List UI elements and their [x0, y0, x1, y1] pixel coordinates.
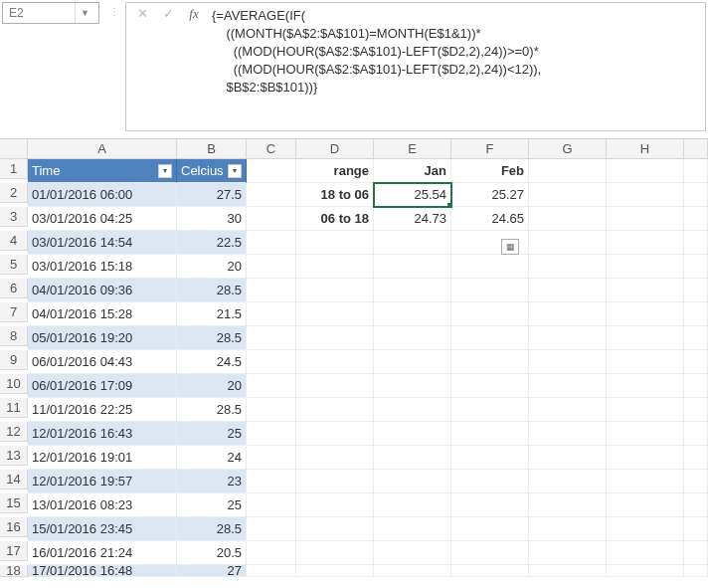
cell-F15[interactable]: [451, 493, 529, 517]
cell-H3[interactable]: [607, 207, 684, 231]
row-head-18[interactable]: 18: [0, 565, 28, 577]
cell-end11[interactable]: [684, 398, 708, 422]
worksheet[interactable]: A B C D E F G H 1 Time ▾ Celcius ▾ range…: [0, 139, 708, 577]
cell-B7[interactable]: 21.5: [177, 302, 247, 326]
cell-E18[interactable]: [374, 565, 451, 577]
cell-F3[interactable]: 24.65: [451, 207, 529, 231]
cell-H14[interactable]: [607, 470, 684, 493]
cell-H16[interactable]: [607, 517, 684, 541]
cell-E8[interactable]: [374, 326, 451, 350]
col-head-A[interactable]: A: [28, 139, 177, 159]
col-head-B[interactable]: B: [177, 139, 247, 159]
fx-icon[interactable]: fx: [186, 6, 202, 22]
cell-E2[interactable]: 25.54: [374, 183, 451, 207]
row-head-10[interactable]: 10: [0, 374, 28, 394]
cell-B10[interactable]: 20: [177, 374, 247, 398]
row-head-16[interactable]: 16: [0, 517, 28, 537]
cell-A8[interactable]: 05/01/2016 19:20: [28, 326, 177, 350]
cell-B3[interactable]: 30: [177, 207, 247, 231]
cell-C15[interactable]: [247, 493, 296, 517]
formula-bar[interactable]: ✕ ✓ fx {=AVERAGE(IF( ((MONTH($A$2:$A$101…: [125, 2, 706, 131]
cell-E14[interactable]: [374, 470, 451, 493]
cell-G1[interactable]: [529, 159, 607, 183]
cell-D1[interactable]: range: [296, 159, 374, 183]
cell-end8[interactable]: [684, 326, 708, 350]
filter-dropdown-icon[interactable]: ▾: [158, 164, 172, 178]
cell-E12[interactable]: [374, 422, 451, 446]
cell-D18[interactable]: [296, 565, 374, 577]
cell-E7[interactable]: [374, 302, 451, 326]
cell-B14[interactable]: 23: [177, 470, 247, 493]
cell-F2[interactable]: 25.27: [451, 183, 529, 207]
cell-G2[interactable]: [529, 183, 607, 207]
cell-F13[interactable]: [451, 446, 529, 470]
col-head-H[interactable]: H: [607, 139, 684, 159]
cell-A10[interactable]: 06/01/2016 17:09: [28, 374, 177, 398]
cell-end16[interactable]: [684, 517, 708, 541]
cell-B13[interactable]: 24: [177, 446, 247, 470]
row-head-7[interactable]: 7: [0, 302, 28, 322]
cell-G12[interactable]: [529, 422, 607, 446]
select-all-corner[interactable]: [0, 139, 28, 159]
cell-C1[interactable]: [247, 159, 296, 183]
cell-G8[interactable]: [529, 326, 607, 350]
cell-G4[interactable]: [529, 231, 607, 255]
cell-H18[interactable]: [607, 565, 684, 577]
cell-D12[interactable]: [296, 422, 374, 446]
cell-B5[interactable]: 20: [177, 255, 247, 279]
col-head-E[interactable]: E: [374, 139, 451, 159]
cell-A12[interactable]: 12/01/2016 16:43: [28, 422, 177, 446]
cell-A6[interactable]: 04/01/2016 09:36: [28, 279, 177, 302]
row-head-1[interactable]: 1: [0, 159, 28, 179]
cell-F9[interactable]: [451, 350, 529, 374]
cell-F10[interactable]: [451, 374, 529, 398]
cell-B8[interactable]: 28.5: [177, 326, 247, 350]
cell-B2[interactable]: 27.5: [177, 183, 247, 207]
col-head-D[interactable]: D: [296, 139, 374, 159]
cell-C3[interactable]: [247, 207, 296, 231]
cell-D7[interactable]: [296, 302, 374, 326]
autofill-options-button[interactable]: ▦: [501, 239, 519, 255]
cell-F18[interactable]: [451, 565, 529, 577]
cell-end17[interactable]: [684, 541, 708, 565]
cell-D4[interactable]: [296, 231, 374, 255]
cell-A17[interactable]: 16/01/2016 21:24: [28, 541, 177, 565]
cancel-formula-button[interactable]: ✕: [134, 6, 150, 21]
cell-A4[interactable]: 03/01/2016 14:54: [28, 231, 177, 255]
cell-B18[interactable]: 27: [177, 565, 247, 577]
cell-end7[interactable]: [684, 302, 708, 326]
cell-H8[interactable]: [607, 326, 684, 350]
cell-E3[interactable]: 24.73: [374, 207, 451, 231]
cell-H6[interactable]: [607, 279, 684, 302]
cell-end13[interactable]: [684, 446, 708, 470]
cell-end18[interactable]: [684, 565, 708, 577]
cell-E1[interactable]: Jan: [374, 159, 451, 183]
cell-end10[interactable]: [684, 374, 708, 398]
cell-D11[interactable]: [296, 398, 374, 422]
cell-F5[interactable]: [451, 255, 529, 279]
col-head-G[interactable]: G: [529, 139, 607, 159]
cell-A14[interactable]: 12/01/2016 19:57: [28, 470, 177, 493]
cell-end5[interactable]: [684, 255, 708, 279]
grid[interactable]: A B C D E F G H 1 Time ▾ Celcius ▾ range…: [0, 139, 708, 577]
cell-G5[interactable]: [529, 255, 607, 279]
cell-end12[interactable]: [684, 422, 708, 446]
cell-H15[interactable]: [607, 493, 684, 517]
cell-H1[interactable]: [607, 159, 684, 183]
cell-E15[interactable]: [374, 493, 451, 517]
row-head-12[interactable]: 12: [0, 422, 28, 442]
cell-G18[interactable]: [529, 565, 607, 577]
cell-E10[interactable]: [374, 374, 451, 398]
cell-A11[interactable]: 11/01/2016 22:25: [28, 398, 177, 422]
row-head-6[interactable]: 6: [0, 279, 28, 298]
cell-C4[interactable]: [247, 231, 296, 255]
cell-C2[interactable]: [247, 183, 296, 207]
cell-H13[interactable]: [607, 446, 684, 470]
cell-D14[interactable]: [296, 470, 374, 493]
cell-C5[interactable]: [247, 255, 296, 279]
row-head-17[interactable]: 17: [0, 541, 28, 561]
cell-B4[interactable]: 22.5: [177, 231, 247, 255]
cell-C13[interactable]: [247, 446, 296, 470]
cell-B12[interactable]: 25: [177, 422, 247, 446]
cell-A13[interactable]: 12/01/2016 19:01: [28, 446, 177, 470]
